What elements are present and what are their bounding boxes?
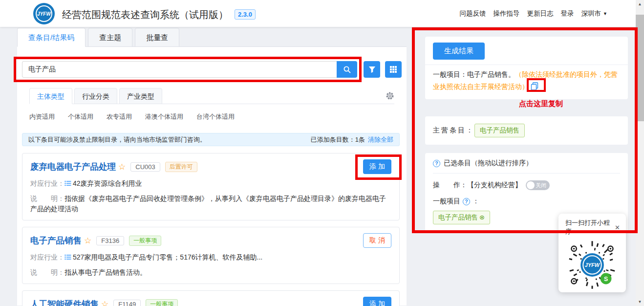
left-panel: 查条目/结果码 查主题 批量查 bbox=[17, 28, 407, 306]
result-text: 一般项目：电子产品销售。（除依法须经批准的项目外，凭营业执照依法自主开展经营活动… bbox=[433, 68, 620, 94]
notice-bar: 以下条目可能涉及禁止限制目录，请向当地市场监管部门咨询。 已添加条目数：1条 清… bbox=[22, 133, 400, 146]
generate-result-card: 生成结果 一般项目：电子产品销售。（除依法须经批准的项目外，凭营业执照依法自主开… bbox=[425, 37, 628, 99]
entry-title[interactable]: 电子产品销售 bbox=[30, 235, 82, 246]
selected-entry-tag[interactable]: 电子产品销售⊗ bbox=[433, 211, 490, 224]
subtab-subject-type[interactable]: 主体类型 bbox=[29, 88, 72, 104]
scrollbar-thumb[interactable] bbox=[636, 15, 644, 121]
result-panel: 生成结果 一般项目：电子产品销售。（除依法须经批准的项目外，凭营业执照依法自主开… bbox=[425, 28, 628, 232]
star-icon[interactable]: ☆ bbox=[84, 236, 91, 246]
sub-tabs: 主体类型 行业分类 产业类型 bbox=[29, 88, 394, 104]
main-entry-tag[interactable]: 电子产品销售 bbox=[474, 124, 525, 137]
subtab-industry-class[interactable]: 行业分类 bbox=[74, 88, 117, 104]
top-nav: 问题反馈 操作指导 更新日志 登录 深圳市 ▼ bbox=[460, 0, 607, 27]
entry-card-1: 废弃电器电子产品处理 ☆ CU003 后置许可 添 加 对应行业：42废弃资源综… bbox=[22, 153, 400, 220]
subtab-industry-type[interactable]: 产业类型 bbox=[119, 88, 162, 104]
filter-farm-coop[interactable]: 农专适用 bbox=[107, 112, 132, 121]
nav-guide[interactable]: 操作指导 bbox=[494, 9, 520, 18]
applicability-filters: 内资适用 个体适用 农专适用 港澳个体适用 台湾个体适用 bbox=[29, 112, 394, 121]
industry-value: 527家用电器及电子产品专门零售；5176计算机、软件及辅助... bbox=[73, 253, 262, 261]
main-entry-label: 主营条目： bbox=[433, 126, 474, 135]
main-entry-card: 主营条目： 电子产品销售 bbox=[425, 116, 628, 145]
scroll-down-arrow[interactable]: ▼ bbox=[636, 298, 644, 306]
divider bbox=[425, 65, 628, 65]
industry-label: 对应行业： bbox=[30, 253, 64, 261]
add-button[interactable]: 添 加 bbox=[363, 159, 391, 174]
annotation-copy-hint: 点击这里复制 bbox=[519, 99, 563, 109]
logo-text: JYFW bbox=[37, 11, 51, 17]
question-icon[interactable]: ? bbox=[463, 198, 470, 205]
entry-code-badge: F1149 bbox=[113, 300, 141, 306]
left-panel-body: 主体类型 行业分类 产业类型 内资适用 个体适用 农专适用 港澳个体适用 台湾个… bbox=[17, 46, 407, 306]
filter-tw-individual[interactable]: 台湾个体适用 bbox=[196, 112, 235, 121]
desc-value: 指从事电子产品销售活动。 bbox=[64, 268, 147, 276]
search-row bbox=[17, 47, 407, 78]
result-text-black: 一般项目：电子产品销售。 bbox=[433, 70, 515, 78]
entry-title[interactable]: 废弃电器电子产品处理 bbox=[30, 161, 116, 173]
version-badge: 2.3.0 bbox=[235, 9, 256, 20]
copy-icon[interactable] bbox=[531, 82, 538, 94]
star-icon[interactable]: ☆ bbox=[118, 162, 126, 172]
entry-tag: 一般事项 bbox=[129, 236, 161, 246]
miniprogram-popup: 扫一扫打开小程序 ✕ bbox=[558, 214, 626, 292]
notice-text: 以下条目可能涉及禁止限制目录，请向当地市场监管部门咨询。 bbox=[28, 135, 206, 144]
filter-button[interactable] bbox=[364, 61, 380, 78]
general-items-label: 一般项目 bbox=[433, 197, 460, 206]
tab-query-entry[interactable]: 查条目/结果码 bbox=[17, 28, 86, 47]
question-icon[interactable]: ? bbox=[433, 160, 440, 167]
close-icon[interactable]: ✕ bbox=[615, 224, 620, 231]
operation-label: 操 作： bbox=[433, 181, 467, 190]
industry-value: 42废弃资源综合利用业 bbox=[73, 179, 142, 187]
qr-logo-text: JYFW bbox=[585, 262, 601, 268]
search-icon bbox=[343, 66, 351, 74]
cancel-button[interactable]: 取 消 bbox=[363, 233, 391, 248]
entry-code-badge: CU003 bbox=[130, 162, 160, 172]
industry-label: 对应行业： bbox=[30, 179, 64, 187]
generate-result-button[interactable]: 生成结果 bbox=[433, 43, 485, 60]
filter-individual[interactable]: 个体适用 bbox=[68, 112, 93, 121]
nav-login[interactable]: 登录 bbox=[561, 9, 574, 18]
qr-code: JYFW S bbox=[558, 239, 626, 291]
list-icon bbox=[64, 253, 71, 263]
grid-icon bbox=[389, 66, 397, 73]
operation-value: 【分支机构经营】 bbox=[467, 181, 522, 190]
desc-label: 说 明： bbox=[30, 268, 64, 276]
gear-icon[interactable] bbox=[386, 91, 394, 102]
tab-query-topic[interactable]: 查主题 bbox=[88, 28, 132, 47]
scroll-up-arrow[interactable]: ▲ bbox=[636, 0, 644, 8]
nav-feedback[interactable]: 问题反馈 bbox=[460, 9, 486, 18]
add-button[interactable]: 添 加 bbox=[363, 297, 391, 306]
toggle-label: 关闭 bbox=[536, 182, 546, 189]
app-logo: JYFW bbox=[33, 3, 55, 24]
city-dropdown[interactable]: 深圳市 ▼ bbox=[581, 9, 607, 18]
nav-changelog[interactable]: 更新日志 bbox=[527, 9, 554, 18]
selected-entry-tag-label: 电子产品销售 bbox=[438, 214, 478, 221]
entry-tag: 后置许可 bbox=[165, 162, 197, 172]
entry-title[interactable]: 人工智能硬件销售 bbox=[30, 298, 99, 306]
selected-entries-title: 已选条目（拖动以进行排序） bbox=[444, 159, 533, 168]
clear-all-link[interactable]: 清除全部 bbox=[368, 135, 393, 144]
qr-miniprogram-badge: S bbox=[604, 276, 608, 283]
logo-ring-icon: JYFW bbox=[36, 5, 52, 22]
page-title: 经营范围规范表述查询系统（试用版） bbox=[62, 8, 228, 22]
funnel-icon bbox=[368, 66, 376, 73]
remove-tag-icon[interactable]: ⊗ bbox=[479, 214, 485, 221]
list-icon bbox=[64, 179, 71, 189]
miniprogram-popup-title: 扫一扫打开小程序 bbox=[565, 219, 615, 236]
tab-batch-query[interactable]: 批量查 bbox=[135, 28, 179, 47]
city-label: 深圳市 bbox=[581, 9, 601, 18]
filter-domestic[interactable]: 内资适用 bbox=[29, 112, 55, 121]
scrollbar[interactable]: ▲ ▼ bbox=[636, 0, 644, 306]
entry-code-badge: F3136 bbox=[96, 236, 124, 245]
grid-view-button[interactable] bbox=[385, 61, 402, 78]
app-root: JYFW 经营范围规范表述查询系统（试用版） 2.3.0 问题反馈 操作指导 更… bbox=[0, 0, 644, 306]
desc-label: 说 明： bbox=[30, 195, 64, 202]
general-items-colon: ： bbox=[472, 197, 479, 206]
star-icon[interactable]: ☆ bbox=[101, 299, 108, 306]
search-button[interactable] bbox=[337, 61, 357, 78]
entry-tag: 一般事项 bbox=[146, 299, 178, 306]
branch-operation-toggle[interactable]: 关闭 bbox=[526, 180, 550, 190]
app-header: JYFW 经营范围规范表述查询系统（试用版） 2.3.0 问题反馈 操作指导 更… bbox=[0, 0, 644, 27]
filter-hk-mo-individual[interactable]: 港澳个体适用 bbox=[145, 112, 183, 121]
entry-card-2: 电子产品销售 ☆ F3136 一般事项 取 消 对应行业：527家用电器及电子产… bbox=[22, 227, 400, 284]
search-input[interactable] bbox=[22, 61, 337, 78]
